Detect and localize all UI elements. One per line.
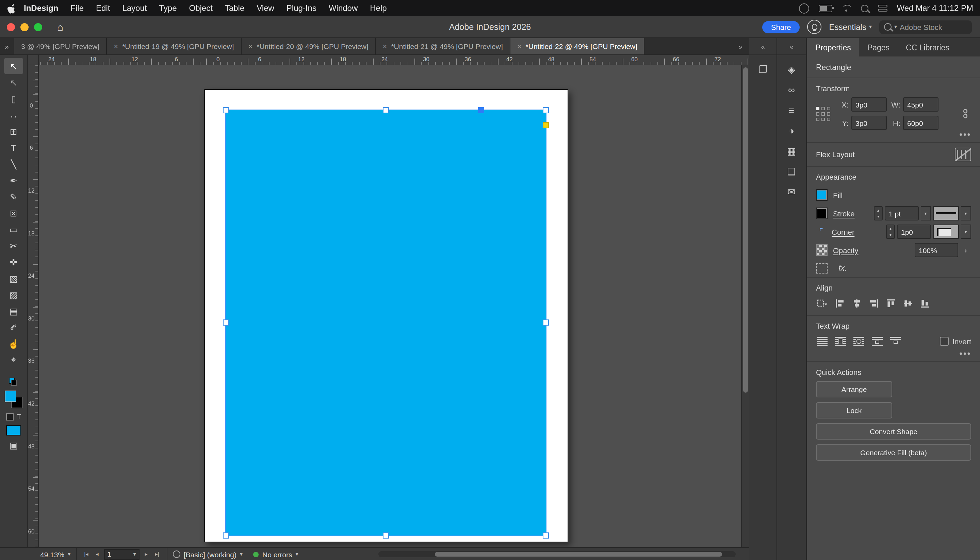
corner-style-dropdown[interactable] (933, 225, 959, 239)
zoom-level-dropdown[interactable]: 49.13% ▾ (0, 548, 76, 560)
rectangle-frame-tool[interactable]: ⊠ (4, 205, 23, 221)
x-input[interactable]: 3p0 (852, 97, 887, 112)
stroke-color-swatch[interactable] (816, 208, 828, 219)
formatting-affects-text-icon[interactable]: T (17, 413, 21, 420)
tab-close-icon[interactable]: × (113, 42, 118, 50)
stroke-weight-input[interactable]: 1 pt (885, 206, 919, 220)
stroke-style-chevron[interactable]: ▾ (961, 206, 971, 220)
invert-checkbox[interactable]: Invert (940, 337, 971, 346)
tab-close-icon[interactable]: × (517, 42, 522, 50)
opacity-input[interactable]: 100% (915, 243, 958, 257)
cc-libraries-icon[interactable]: ❏ (777, 161, 806, 182)
vertical-ruler[interactable]: 06121824303642485460 (28, 65, 39, 547)
swatches-icon[interactable]: ▦ (777, 141, 806, 161)
no-text-wrap-button[interactable] (816, 336, 828, 346)
adobe-stock-search[interactable]: ▾ Adobe Stock (879, 20, 972, 34)
wifi-icon[interactable] (842, 5, 851, 12)
align-left-button[interactable] (834, 298, 845, 309)
align-top-button[interactable] (885, 298, 896, 309)
transform-more-options[interactable]: ●●● (816, 130, 971, 142)
stroke-style-dropdown[interactable] (933, 206, 959, 220)
generative-fill-button[interactable]: Generative Fill (beta) (816, 444, 971, 461)
preflight-status[interactable]: No errors ▾ (248, 548, 304, 560)
home-icon[interactable]: ⌂ (57, 21, 63, 33)
opacity-label[interactable]: Opacity (833, 246, 864, 254)
apple-menu-icon[interactable] (7, 3, 16, 13)
menu-item[interactable]: InDesign (18, 3, 64, 13)
selection-handle-bottom-right[interactable] (543, 532, 549, 538)
horizontal-scrollbar-thumb[interactable] (435, 552, 722, 557)
scissors-tool[interactable]: ✂ (4, 237, 23, 254)
formatting-affects-container-icon[interactable] (6, 413, 13, 420)
menu-item[interactable]: Object (183, 3, 219, 13)
fill-color-swatch[interactable] (816, 189, 828, 201)
tab-untitled-19[interactable]: × *Untitled-19 @ 49% [GPU Preview] (107, 38, 241, 55)
menubar-clock[interactable]: Wed Mar 4 11:12 PM (897, 3, 973, 13)
tab-untitled-21[interactable]: × *Untitled-21 @ 49% [GPU Preview] (376, 38, 510, 55)
tab-untitled-22[interactable]: × *Untitled-22 @ 49% [GPU Preview] (510, 38, 645, 55)
hand-tool[interactable]: ☝ (4, 335, 23, 352)
selection-handle-middle-left[interactable] (223, 320, 229, 326)
frame-fitting-icon[interactable] (816, 263, 828, 273)
vertical-scrollbar[interactable] (741, 65, 749, 547)
jump-to-next-column-button[interactable] (890, 336, 902, 346)
corner-radius-input[interactable]: 1p0 (897, 225, 931, 239)
preflight-profile-dropdown[interactable]: [Basic] (working) ▾ (167, 548, 248, 560)
direct-selection-tool[interactable]: ↖ (4, 74, 23, 90)
free-transform-tool[interactable]: ✜ (4, 254, 23, 270)
corner-style-chevron[interactable]: ▾ (961, 225, 971, 239)
reference-point-proxy[interactable] (816, 97, 834, 130)
menu-item[interactable]: Window (323, 3, 364, 13)
tab-pages[interactable]: Pages (859, 38, 898, 57)
collapse-dock-button[interactable]: « (749, 38, 777, 55)
tab-properties[interactable]: Properties (807, 38, 859, 57)
opacity-expand-arrow[interactable]: › (960, 243, 971, 257)
stroke-weight-stepper[interactable]: ▴▾ (874, 206, 883, 220)
pages-panel-icon[interactable]: ❒ (749, 59, 777, 80)
collapse-dock-button[interactable]: « (777, 38, 806, 55)
content-collector-tool[interactable]: ⊞ (4, 123, 23, 140)
menu-item[interactable]: Edit (90, 3, 116, 13)
wrap-around-object-shape-button[interactable] (853, 336, 865, 346)
height-input[interactable]: 60p0 (903, 116, 938, 130)
align-to-dropdown[interactable] (816, 298, 828, 309)
tools-panel-expander[interactable]: » (0, 38, 14, 55)
convert-shape-button[interactable]: Convert Shape (816, 423, 971, 440)
type-tool[interactable]: T (4, 140, 23, 156)
first-page-button[interactable]: |◂ (82, 551, 90, 557)
menu-item[interactable]: Table (219, 3, 250, 13)
align-center-horizontal-button[interactable] (852, 298, 862, 309)
tab-close-icon[interactable]: × (248, 42, 252, 50)
menu-item[interactable]: View (250, 3, 280, 13)
wrap-around-bounding-box-button[interactable] (834, 336, 847, 346)
last-page-button[interactable]: ▸| (153, 551, 161, 557)
y-input[interactable]: 3p0 (852, 116, 887, 130)
gradient-swatch-tool[interactable]: ▧ (4, 270, 23, 287)
tab-untitled-20[interactable]: × *Untitled-20 @ 49% [GPU Preview] (241, 38, 376, 55)
arrange-button[interactable]: Arrange (816, 381, 892, 397)
comments-icon[interactable]: ✉ (777, 182, 806, 202)
pen-tool[interactable]: ✒ (4, 172, 23, 188)
selected-rectangle[interactable] (226, 110, 546, 535)
corner-label[interactable]: Corner (832, 228, 863, 236)
links-icon[interactable]: ∞ (777, 80, 806, 100)
horizontal-scrollbar[interactable] (378, 551, 736, 557)
next-page-button[interactable]: ▸ (143, 551, 150, 557)
page-tool[interactable]: ▯ (4, 90, 23, 107)
menu-item[interactable]: File (64, 3, 90, 13)
stroke-label[interactable]: Stroke (833, 209, 864, 217)
tab-close-icon[interactable]: × (383, 42, 387, 50)
text-wrap-more-options[interactable]: ●●● (816, 349, 971, 361)
effects-fx-button[interactable]: fx. (838, 264, 847, 272)
menu-item[interactable]: Help (364, 3, 393, 13)
width-input[interactable]: 45p0 (903, 97, 938, 112)
selection-tool[interactable]: ↖ (4, 58, 23, 74)
align-center-vertical-button[interactable] (902, 298, 913, 309)
battery-icon[interactable] (818, 4, 832, 12)
constrain-proportions-link-icon[interactable] (959, 97, 971, 130)
selection-handle-top-center[interactable] (383, 107, 389, 113)
zoom-tool[interactable]: ⌖ (4, 352, 23, 368)
learn-lightbulb-icon[interactable] (807, 20, 822, 34)
fill-stroke-swatches[interactable] (5, 390, 22, 408)
align-right-button[interactable] (868, 298, 879, 309)
